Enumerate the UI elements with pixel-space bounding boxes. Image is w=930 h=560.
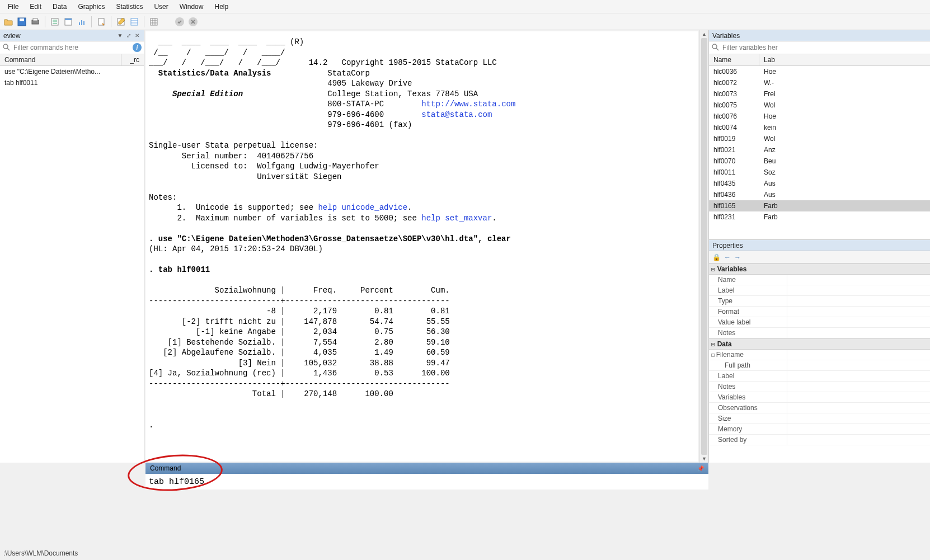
variable-row[interactable]: hlc0073Frei <box>709 88 930 100</box>
menu-statistics[interactable]: Statistics <box>110 1 148 13</box>
scroll-up-icon[interactable]: ▲ <box>702 31 707 37</box>
menu-file[interactable]: File <box>2 1 24 13</box>
variable-row[interactable]: hlc0074kein <box>709 122 930 133</box>
menu-edit[interactable]: Edit <box>24 1 47 13</box>
toolbar-separator <box>111 16 111 27</box>
scroll-down-icon[interactable]: ▼ <box>702 456 707 462</box>
variable-row[interactable]: hlf0070Beu <box>709 156 930 167</box>
svg-rect-18 <box>151 18 157 25</box>
log-icon[interactable] <box>49 16 61 28</box>
svg-point-29 <box>712 44 717 49</box>
svg-line-28 <box>7 48 10 50</box>
save-icon[interactable] <box>16 16 28 28</box>
viewer-icon[interactable] <box>62 16 74 28</box>
prop-group-variables[interactable]: ⊟Variables <box>709 263 930 275</box>
status-path: :\Users\WLM\Documents <box>3 549 78 557</box>
variables-panel: Variables Name Lab hlc0036Hoehlc0072W.-h… <box>709 30 930 240</box>
properties-toolbar: 🔒 ← → <box>709 251 930 263</box>
property-row[interactable]: Label <box>709 371 930 382</box>
menu-graphics[interactable]: Graphics <box>72 1 110 13</box>
review-filter-input[interactable] <box>13 44 133 51</box>
property-row[interactable]: Memory <box>709 424 930 435</box>
menu-user[interactable]: User <box>148 1 173 13</box>
open-icon[interactable] <box>2 16 15 28</box>
forward-icon[interactable]: → <box>734 253 741 261</box>
stata-email-link[interactable]: stata@stata.com <box>421 110 492 119</box>
menu-window[interactable]: Window <box>174 1 209 13</box>
property-row[interactable]: Variables <box>709 392 930 403</box>
do-file-editor-icon[interactable] <box>95 16 107 28</box>
review-columns: Command _rc <box>0 54 144 66</box>
variable-row[interactable]: hlc0075Wol <box>709 100 930 111</box>
variable-row[interactable]: hlf0436Aus <box>709 189 930 200</box>
variable-row[interactable]: hlf0011Soz <box>709 167 930 178</box>
svg-rect-10 <box>79 22 80 25</box>
help-maxvar-link[interactable]: help set_maxvar <box>421 214 492 223</box>
variables-manager-icon[interactable] <box>148 16 160 28</box>
svg-rect-12 <box>83 21 84 25</box>
property-row[interactable]: Notes <box>709 382 930 392</box>
property-row[interactable]: Label <box>709 285 930 296</box>
back-icon[interactable]: ← <box>724 253 731 261</box>
results-panel: ___ ____ ____ ____ ____ (R) /__ / ____/ … <box>144 30 708 463</box>
variable-row[interactable]: hlf0165Farb <box>709 200 930 211</box>
col-rc[interactable]: _rc <box>121 54 144 65</box>
clear-icon[interactable] <box>187 16 199 28</box>
menu-bar: File Edit Data Graphics Statistics User … <box>0 0 930 13</box>
scrollbar-thumb[interactable] <box>701 38 707 455</box>
toolbar-separator <box>91 16 92 27</box>
svg-rect-9 <box>65 18 72 20</box>
prop-group-data[interactable]: ⊟Data <box>709 338 930 350</box>
dock-controls[interactable]: ▼ ⤢ ✕ <box>118 32 140 39</box>
review-panel-header: eview ▼ ⤢ ✕ <box>0 30 144 41</box>
property-row[interactable]: Sorted by <box>709 435 930 445</box>
graph-icon[interactable] <box>76 16 88 28</box>
property-row[interactable]: Type <box>709 296 930 307</box>
col-var-label[interactable]: Lab <box>759 54 930 65</box>
variable-row[interactable]: hlc0036Hoe <box>709 66 930 77</box>
properties-panel: Properties 🔒 ← → ⊟Variables NameLabelTyp… <box>709 240 930 463</box>
property-row[interactable]: Name <box>709 275 930 285</box>
property-row[interactable]: Size <box>709 413 930 424</box>
menu-help[interactable]: Help <box>209 1 234 13</box>
variable-row[interactable]: hlc0076Hoe <box>709 111 930 122</box>
stata-website-link[interactable]: http://www.stata.com <box>421 100 515 109</box>
property-row[interactable]: Value label <box>709 317 930 328</box>
review-item[interactable]: use "C:\Eigene Dateien\Metho... <box>0 66 144 77</box>
review-item[interactable]: tab hlf0011 <box>0 77 144 88</box>
property-row[interactable]: Observations <box>709 403 930 413</box>
results-output[interactable]: ___ ____ ____ ____ ____ (R) /__ / ____/ … <box>145 31 698 462</box>
command-title: Command <box>150 464 181 472</box>
toolbar <box>0 13 930 30</box>
variable-row[interactable]: hlf0019Wol <box>709 133 930 144</box>
break-icon[interactable] <box>173 16 186 28</box>
variables-columns: Name Lab <box>709 54 930 66</box>
properties-title: Properties <box>712 242 743 250</box>
pin-icon[interactable]: 📌 <box>697 465 704 472</box>
command-panel: Command 📌 <box>145 463 708 490</box>
search-icon <box>2 43 11 52</box>
variable-row[interactable]: hlf0435Aus <box>709 178 930 189</box>
property-row[interactable]: ⊟Filename <box>709 350 930 360</box>
command-input[interactable] <box>149 477 705 487</box>
variable-row[interactable]: hlc0072W.- <box>709 77 930 88</box>
svg-line-30 <box>716 48 718 50</box>
variable-row[interactable]: hlf0021Anz <box>709 144 930 156</box>
col-command[interactable]: Command <box>0 54 121 65</box>
variables-filter-input[interactable] <box>722 44 928 51</box>
property-row[interactable]: Full path <box>709 360 930 371</box>
property-row[interactable]: Notes <box>709 328 930 338</box>
results-scrollbar[interactable]: ▲ ▼ <box>699 30 708 463</box>
help-unicode-link[interactable]: help unicode_advice <box>318 203 407 212</box>
col-var-name[interactable]: Name <box>709 54 759 65</box>
lock-icon[interactable]: 🔒 <box>712 253 721 261</box>
print-icon[interactable] <box>29 16 41 28</box>
svg-rect-3 <box>33 18 37 21</box>
property-row[interactable]: Format <box>709 307 930 317</box>
toolbar-separator <box>45 16 45 27</box>
data-editor-icon[interactable] <box>115 16 127 28</box>
data-browser-icon[interactable] <box>128 16 140 28</box>
info-icon[interactable]: i <box>133 43 142 52</box>
variable-row[interactable]: hlf0231Farb <box>709 211 930 223</box>
menu-data[interactable]: Data <box>47 1 72 13</box>
